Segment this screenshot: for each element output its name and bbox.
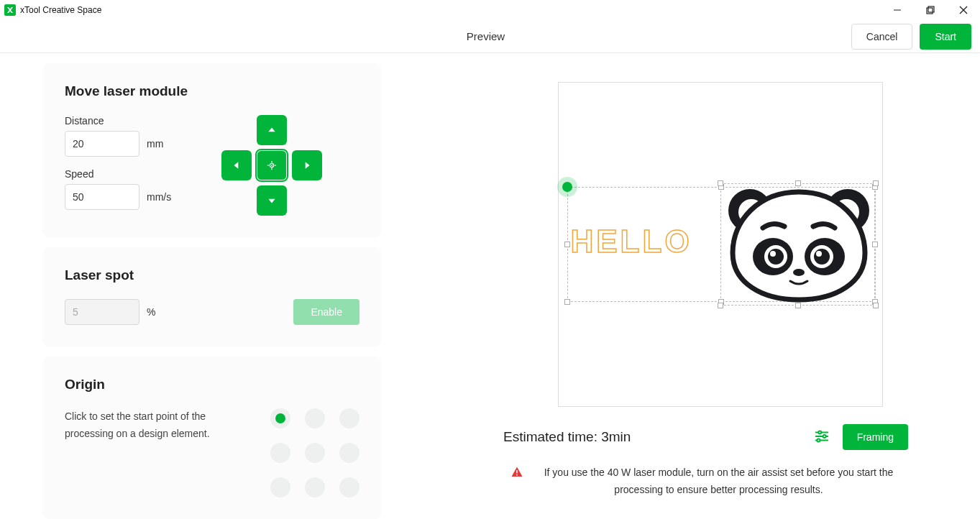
titlebar: xTool Creative Space (0, 0, 980, 20)
minimize-button[interactable] (881, 0, 914, 20)
move-right-button[interactable] (292, 150, 322, 180)
laser-spot-card: Laser spot % Enable (43, 247, 381, 346)
settings-sliders-icon[interactable] (814, 428, 830, 446)
app-icon (4, 4, 16, 16)
move-left-button[interactable] (221, 150, 252, 180)
origin-point-middle-center[interactable] (305, 443, 325, 463)
speed-unit: mm/s (147, 191, 171, 203)
origin-grid (270, 408, 360, 497)
distance-unit: mm (147, 138, 163, 150)
close-button[interactable] (947, 0, 980, 20)
origin-point-bottom-left[interactable] (270, 477, 290, 497)
move-laser-title: Move laser module (65, 83, 360, 99)
svg-point-4 (271, 165, 273, 166)
origin-point-top-right[interactable] (339, 408, 360, 428)
origin-point-top-left[interactable] (270, 408, 290, 428)
origin-point-middle-right[interactable] (339, 443, 360, 463)
direction-pad (221, 115, 322, 216)
laser-spot-power-input (65, 299, 139, 325)
origin-card: Origin Click to set the start point of t… (43, 357, 381, 519)
preview-panel: HELLO (424, 53, 980, 519)
svg-rect-2 (928, 6, 934, 12)
cancel-button[interactable]: Cancel (851, 24, 913, 50)
move-down-button[interactable] (257, 185, 287, 216)
speed-input[interactable] (65, 184, 139, 210)
origin-marker-icon (557, 177, 577, 197)
svg-point-17 (793, 269, 805, 276)
warning-text: If you use the 40 W laser module, turn o… (536, 464, 901, 499)
svg-point-14 (814, 249, 830, 265)
svg-rect-24 (516, 470, 518, 474)
laser-spot-enable-button[interactable]: Enable (293, 299, 360, 325)
preview-canvas[interactable]: HELLO (558, 82, 883, 407)
origin-description: Click to set the start point of the proc… (65, 408, 246, 497)
svg-rect-1 (927, 8, 933, 14)
hello-text-object[interactable]: HELLO (571, 224, 692, 260)
move-home-button[interactable] (257, 150, 287, 180)
origin-point-middle-left[interactable] (270, 443, 290, 463)
settings-panel: Move laser module Distance mm Speed (0, 53, 424, 519)
svg-point-15 (770, 251, 776, 257)
distance-label: Distance (65, 115, 171, 127)
start-button[interactable]: Start (920, 24, 971, 50)
selection-handle[interactable] (564, 242, 570, 247)
laser-spot-title: Laser spot (65, 267, 360, 283)
panda-image-object[interactable] (723, 185, 875, 306)
page-title: Preview (144, 30, 828, 42)
laser-spot-unit: % (147, 306, 155, 318)
move-laser-card: Move laser module Distance mm Speed (43, 63, 381, 237)
selection-handle[interactable] (564, 299, 570, 305)
maximize-button[interactable] (914, 0, 947, 20)
origin-point-bottom-center[interactable] (305, 477, 325, 497)
framing-button[interactable]: Framing (843, 424, 908, 450)
svg-point-23 (817, 438, 820, 441)
header: Preview Cancel Start (0, 20, 980, 53)
origin-point-top-center[interactable] (305, 408, 325, 428)
svg-point-13 (768, 249, 784, 265)
move-up-button[interactable] (257, 115, 287, 145)
origin-point-bottom-right[interactable] (339, 477, 360, 497)
svg-rect-0 (894, 9, 901, 10)
speed-label: Speed (65, 168, 171, 180)
svg-point-21 (823, 434, 825, 437)
distance-input[interactable] (65, 131, 139, 157)
app-title: xTool Creative Space (20, 5, 101, 15)
origin-title: Origin (65, 377, 360, 392)
warning-icon (510, 466, 523, 481)
svg-point-16 (816, 251, 822, 257)
svg-point-19 (818, 431, 821, 433)
estimated-time: Estimated time: 3min (503, 429, 631, 445)
svg-rect-25 (516, 474, 518, 476)
